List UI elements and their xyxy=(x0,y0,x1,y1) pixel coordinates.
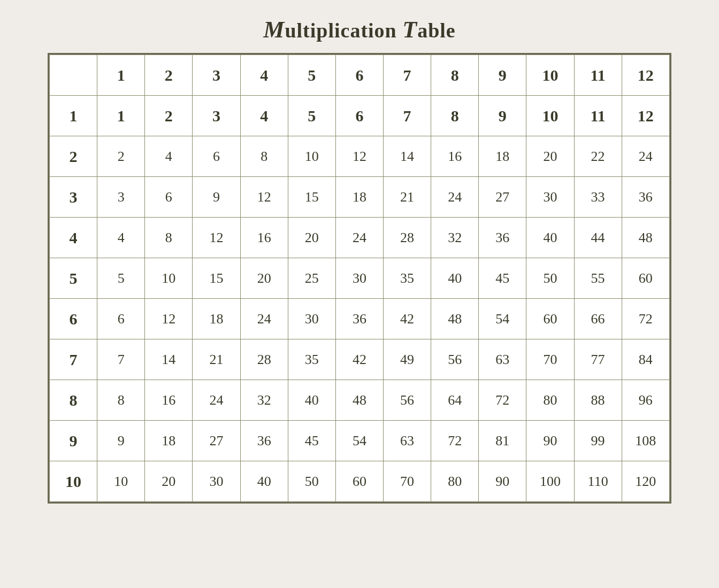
table-row: 9918273645546372819099108 xyxy=(50,421,670,461)
table-cell: 110 xyxy=(574,461,622,502)
table-cell: 72 xyxy=(622,299,669,339)
table-cell: 10 xyxy=(97,461,145,502)
table-row: 661218243036424854606672 xyxy=(50,299,670,339)
table-cell: 7 xyxy=(97,339,145,380)
table-cell: 42 xyxy=(335,339,383,380)
table-cell: 80 xyxy=(431,461,479,502)
table-cell: 16 xyxy=(145,380,193,421)
header-col-5: 5 xyxy=(288,55,335,96)
header-col-4: 4 xyxy=(240,55,288,96)
table-row: 881624324048566472808896 xyxy=(50,380,670,421)
table-cell: 72 xyxy=(479,380,526,421)
table-cell: 99 xyxy=(574,421,622,461)
table-cell: 40 xyxy=(431,258,479,299)
table-cell: 36 xyxy=(622,177,669,218)
table-cell: 66 xyxy=(574,299,622,339)
table-cell: 56 xyxy=(383,380,431,421)
table-cell: 55 xyxy=(574,258,622,299)
table-cell: 64 xyxy=(431,380,479,421)
table-cell: 4 xyxy=(97,218,145,258)
table-cell: 24 xyxy=(335,218,383,258)
header-col-6: 6 xyxy=(335,55,383,96)
table-cell: 20 xyxy=(240,258,288,299)
table-cell: 72 xyxy=(431,421,479,461)
row-label-9: 9 xyxy=(50,421,97,461)
table-cell: 50 xyxy=(526,258,574,299)
table-cell: 48 xyxy=(622,218,669,258)
table-cell: 12 xyxy=(145,299,193,339)
header-col-3: 3 xyxy=(193,55,240,96)
table-cell: 32 xyxy=(240,380,288,421)
header-col-11: 11 xyxy=(574,55,622,96)
table-cell: 1 xyxy=(97,96,145,136)
table-cell: 33 xyxy=(574,177,622,218)
table-cell: 44 xyxy=(574,218,622,258)
header-col-12: 12 xyxy=(622,55,669,96)
table-cell: 54 xyxy=(335,421,383,461)
table-cell: 4 xyxy=(145,136,193,177)
table-cell: 12 xyxy=(240,177,288,218)
table-cell: 20 xyxy=(526,136,574,177)
table-cell: 20 xyxy=(145,461,193,502)
table-cell: 18 xyxy=(193,299,240,339)
table-cell: 70 xyxy=(526,339,574,380)
table-cell: 5 xyxy=(288,96,335,136)
table-cell: 50 xyxy=(288,461,335,502)
table-cell: 48 xyxy=(431,299,479,339)
table-cell: 10 xyxy=(288,136,335,177)
table-cell: 60 xyxy=(335,461,383,502)
table-cell: 30 xyxy=(193,461,240,502)
row-label-8: 8 xyxy=(50,380,97,421)
table-cell: 70 xyxy=(383,461,431,502)
table-cell: 63 xyxy=(383,421,431,461)
header-col-10: 10 xyxy=(526,55,574,96)
table-cell: 36 xyxy=(335,299,383,339)
table-row: 1123456789101112 xyxy=(50,96,670,136)
table-cell: 15 xyxy=(288,177,335,218)
table-cell: 90 xyxy=(479,461,526,502)
table-cell: 30 xyxy=(288,299,335,339)
table-cell: 90 xyxy=(526,421,574,461)
table-cell: 6 xyxy=(97,299,145,339)
table-cell: 40 xyxy=(240,461,288,502)
table-cell: 40 xyxy=(288,380,335,421)
table-cell: 63 xyxy=(479,339,526,380)
table-cell: 18 xyxy=(479,136,526,177)
table-cell: 24 xyxy=(193,380,240,421)
table-cell: 4 xyxy=(240,96,288,136)
table-cell: 9 xyxy=(193,177,240,218)
table-cell: 21 xyxy=(383,177,431,218)
table-cell: 84 xyxy=(622,339,669,380)
table-cell: 8 xyxy=(97,380,145,421)
table-cell: 16 xyxy=(431,136,479,177)
multiplication-table-wrapper: 1234567891011121123456789101112224681012… xyxy=(48,53,671,504)
table-cell: 40 xyxy=(526,218,574,258)
table-cell: 56 xyxy=(431,339,479,380)
table-cell: 80 xyxy=(526,380,574,421)
table-cell: 8 xyxy=(431,96,479,136)
table-cell: 27 xyxy=(479,177,526,218)
table-cell: 24 xyxy=(240,299,288,339)
table-cell: 45 xyxy=(288,421,335,461)
table-cell: 81 xyxy=(479,421,526,461)
table-cell: 60 xyxy=(526,299,574,339)
table-cell: 10 xyxy=(526,96,574,136)
table-cell: 2 xyxy=(145,96,193,136)
header-col-8: 8 xyxy=(431,55,479,96)
table-cell: 18 xyxy=(145,421,193,461)
row-label-3: 3 xyxy=(50,177,97,218)
header-col-2: 2 xyxy=(145,55,193,96)
table-row: 771421283542495663707784 xyxy=(50,339,670,380)
table-cell: 15 xyxy=(193,258,240,299)
table-cell: 30 xyxy=(526,177,574,218)
table-cell: 14 xyxy=(383,136,431,177)
table-cell: 22 xyxy=(574,136,622,177)
row-label-10: 10 xyxy=(50,461,97,502)
table-cell: 16 xyxy=(240,218,288,258)
table-cell: 10 xyxy=(145,258,193,299)
table-cell: 6 xyxy=(145,177,193,218)
table-cell: 14 xyxy=(145,339,193,380)
table-cell: 24 xyxy=(622,136,669,177)
table-cell: 36 xyxy=(479,218,526,258)
table-cell: 8 xyxy=(240,136,288,177)
